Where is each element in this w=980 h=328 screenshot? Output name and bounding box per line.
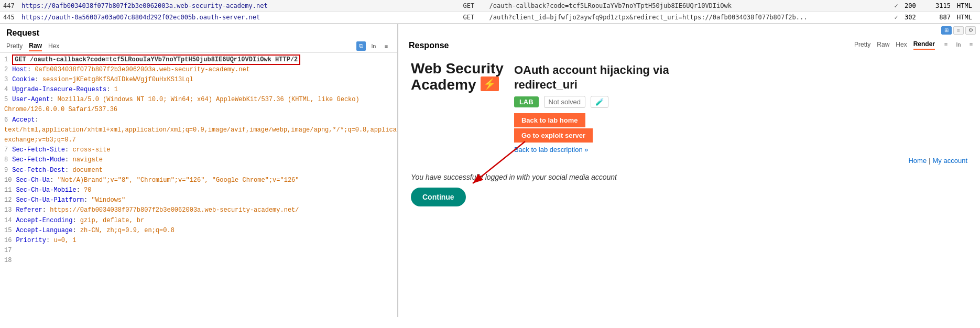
request-tabs: Pretty Raw Hex ⧉ ln ≡ — [0, 40, 397, 53]
row-status: 200 — [901, 0, 928, 12]
response-render: Web Security Academy ⚡ OAuth account hij… — [405, 57, 974, 313]
back-to-lab-description-link[interactable]: Back to lab description » — [514, 146, 713, 154]
tab-hex-req[interactable]: Hex — [48, 41, 59, 51]
wsa-logo-block: Web Security Academy ⚡ — [411, 61, 504, 154]
request-line: 6Accept: text/html,application/xhtml+xml… — [4, 115, 393, 146]
request-line: 10Sec-Ch-Ua: "Not/A)Brand";v="8", "Chrom… — [4, 176, 393, 185]
wsa-logo-line1: Web Security — [411, 61, 504, 77]
row-path: /auth?client_id=bjfwfjo2aywfq9pd1ztpx&re… — [486, 12, 891, 23]
request-line: 4Upgrade-Insecure-Requests: 1 — [4, 85, 393, 95]
tab-raw-req[interactable]: Raw — [29, 41, 42, 51]
row-status: 302 — [901, 12, 928, 23]
network-row[interactable]: 447 https://0afb0034038f077b807f2b3e0062… — [0, 0, 980, 12]
response-title: Response — [402, 37, 455, 52]
response-tabs: Pretty Raw Hex Render ≡ ln ≡ — [854, 39, 976, 50]
request-body: 1GET /oauth-callback?code=tcf5LRoouIaYVb… — [0, 53, 397, 317]
response-header-row: Response Pretty Raw Hex Render ≡ ln ≡ — [398, 35, 980, 52]
tab-hex-resp[interactable]: Hex — [896, 40, 907, 49]
tab-raw-resp[interactable]: Raw — [877, 40, 889, 49]
row-type: HTML — [954, 0, 980, 12]
not-solved-badge: Not solved — [544, 96, 585, 108]
request-line: 3Cookie: session=jKEetg8KfSAdIDkeWVgjf0u… — [4, 75, 393, 85]
wsa-logo: Web Security Academy ⚡ — [411, 61, 504, 94]
wsa-logo-line2: Academy — [411, 77, 476, 93]
row-method: GET — [460, 0, 486, 12]
network-row[interactable]: 445 https://oauth-0a56007a03a007c8804d29… — [0, 12, 980, 23]
response-toolbar: ≡ ln ≡ — [941, 40, 976, 49]
request-line: 13Referer: https://0afb0034038f077b807f2… — [4, 205, 393, 215]
resp-list-icon[interactable]: ≡ — [941, 40, 951, 49]
grid-icon[interactable]: ⊞ — [941, 26, 952, 35]
request-line: 7Sec-Fetch-Site: cross-site — [4, 145, 393, 155]
wsa-lab-info: OAuth account hijacking via redirect_uri… — [514, 61, 713, 154]
list-icon[interactable]: ≡ — [953, 26, 964, 35]
wsa-header: Web Security Academy ⚡ OAuth account hij… — [405, 57, 974, 154]
go-to-exploit-button[interactable]: Go to exploit server — [514, 128, 593, 143]
row-path: /oauth-callback?code=tcf5LRoouIaYVb7noYT… — [486, 0, 891, 12]
ln-icon[interactable]: ln — [369, 41, 378, 51]
tab-pretty-req[interactable]: Pretty — [6, 41, 23, 51]
request-line: 17 — [4, 246, 393, 256]
my-account-link[interactable]: My account — [933, 157, 967, 165]
copy-icon[interactable]: ⧉ — [356, 41, 366, 51]
wsa-bolt-icon: ⚡ — [481, 76, 499, 91]
lab-title: OAuth account hijacking via redirect_uri — [514, 63, 713, 93]
flask-icon[interactable]: 🧪 — [591, 96, 608, 108]
request-title: Request — [0, 24, 397, 40]
continue-button[interactable]: Continue — [411, 188, 466, 206]
nav-links-row: Home | My account — [405, 154, 974, 168]
row-method: GET — [460, 12, 486, 23]
row-check: ✓ — [891, 12, 901, 23]
tab-render-resp[interactable]: Render — [913, 39, 935, 50]
nav-separator: | — [929, 157, 930, 165]
back-to-lab-button[interactable]: Back to lab home — [514, 113, 585, 127]
request-panel: Request Pretty Raw Hex ⧉ ln ≡ 1GET /oaut… — [0, 24, 398, 317]
request-toolbar: ⧉ ln ≡ — [356, 41, 391, 51]
request-line: 14Accept-Encoding: gzip, deflate, br — [4, 216, 393, 226]
request-line: 12Sec-Ch-Ua-Platform: "Windows" — [4, 195, 393, 205]
row-id: 445 — [0, 12, 18, 23]
row-size: 887 — [928, 12, 954, 23]
main-panels: Request Pretty Raw Hex ⧉ ln ≡ 1GET /oaut… — [0, 24, 980, 317]
resp-ln-icon[interactable]: ln — [954, 40, 963, 49]
menu-icon[interactable]: ≡ — [382, 41, 391, 51]
settings-icon[interactable]: ⚙ — [965, 26, 976, 35]
row-size: 3115 — [928, 0, 954, 12]
home-link[interactable]: Home — [908, 157, 927, 165]
request-line: 16Priority: u=0, i — [4, 236, 393, 246]
row-check: ✓ — [891, 0, 901, 12]
action-buttons: Back to lab home Go to exploit server Ba… — [514, 113, 713, 154]
request-line: 9Sec-Fetch-Dest: document — [4, 166, 393, 176]
row-type: HTML — [954, 12, 980, 23]
row-url: https://oauth-0a56007a03a007c8804d292f02… — [18, 12, 460, 23]
lab-status-row: LAB Not solved 🧪 — [514, 96, 713, 108]
lab-badge: LAB — [514, 96, 539, 107]
request-line: 1GET /oauth-callback?code=tcf5LRoouIaYVb… — [4, 55, 393, 65]
wsa-logo-line2-row: Academy ⚡ — [411, 76, 504, 93]
success-message: You have successfully logged in with you… — [411, 173, 967, 181]
row-url: https://0afb0034038f077b807f2b3e0062003a… — [18, 0, 460, 12]
success-section: You have successfully logged in with you… — [405, 168, 974, 206]
response-panel: ⊞ ≡ ⚙ Response Pretty Raw Hex Render ≡ l… — [398, 24, 980, 317]
request-line: 15Accept-Language: zh-CN, zh;q=0.9, en;q… — [4, 226, 393, 236]
network-table-container: 447 https://0afb0034038f077b807f2b3e0062… — [0, 0, 980, 24]
resp-menu-icon[interactable]: ≡ — [966, 40, 976, 49]
response-top-toolbar: ⊞ ≡ ⚙ — [398, 24, 980, 35]
response-body: Web Security Academy ⚡ OAuth account hij… — [398, 52, 980, 317]
request-line: 18 — [4, 256, 393, 266]
request-first-line: GET /oauth-callback?code=tcf5LRoouIaYVb7… — [12, 54, 300, 65]
tab-pretty-resp[interactable]: Pretty — [854, 40, 870, 49]
request-line: 2Host: 0afb0034038f077b807f2b3e0062003a.… — [4, 65, 393, 75]
request-line: 5User-Agent: Mozilla/5.0 (Windows NT 10.… — [4, 95, 393, 115]
request-line: 11Sec-Ch-Ua-Mobile: ?0 — [4, 185, 393, 195]
wsa-logo-text-block: Web Security Academy ⚡ — [411, 61, 504, 94]
row-id: 447 — [0, 0, 18, 12]
request-line: 8Sec-Fetch-Mode: navigate — [4, 155, 393, 165]
